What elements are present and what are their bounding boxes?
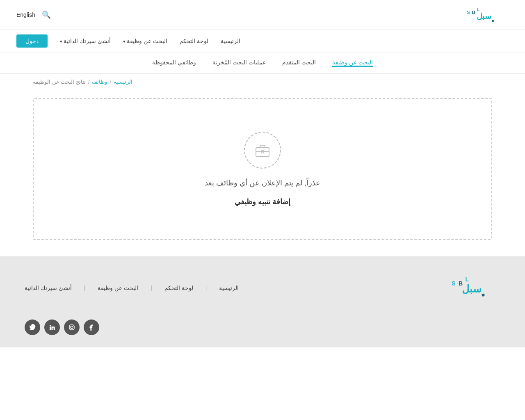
svg-point-12 bbox=[482, 294, 485, 297]
footer-nav-search-job[interactable]: البحث عن وظيفة bbox=[98, 285, 138, 291]
footer: سبل S B L الرئيسية | لوحة التحكم | البحث… bbox=[0, 256, 525, 347]
login-button[interactable]: دخول bbox=[16, 34, 48, 48]
linkedin-icon[interactable] bbox=[44, 320, 60, 335]
svg-text:L: L bbox=[477, 7, 480, 12]
top-bar: سبل S B L 🔍 English bbox=[0, 0, 525, 30]
footer-nav: الرئيسية | لوحة التحكم | البحث عن وظيفة … bbox=[25, 285, 239, 291]
breadcrumb-sep-2: / bbox=[88, 79, 90, 85]
svg-point-4 bbox=[492, 20, 494, 22]
subnav-saved-jobs[interactable]: وظائفي المحفوظة bbox=[152, 59, 196, 66]
sub-nav: البحث عن وظيفة البحث المتقدم عمليات البح… bbox=[0, 52, 525, 74]
svg-text:B: B bbox=[472, 10, 475, 15]
footer-nav-home[interactable]: الرئيسية bbox=[219, 285, 239, 291]
breadcrumb-jobs[interactable]: وظائف bbox=[92, 79, 107, 85]
svg-text:B: B bbox=[459, 280, 463, 287]
svg-point-14 bbox=[71, 326, 73, 329]
logo[interactable]: سبل S B L bbox=[459, 3, 509, 26]
add-job-alert-link[interactable]: إضافة تنبيه وظيفي bbox=[235, 197, 290, 206]
breadcrumb-home[interactable]: الرئيسية bbox=[114, 79, 132, 85]
empty-state-box: عذراً, لم يتم الإعلان عن أي وظائف بعد إض… bbox=[33, 98, 492, 240]
svg-point-15 bbox=[73, 326, 74, 326]
footer-logo[interactable]: سبل S B L bbox=[443, 273, 500, 303]
subnav-advanced-search[interactable]: البحث المتقدم bbox=[282, 59, 316, 66]
subnav-search-job[interactable]: البحث عن وظيفة bbox=[332, 59, 373, 67]
footer-top: سبل S B L الرئيسية | لوحة التحكم | البحث… bbox=[25, 273, 500, 311]
facebook-icon[interactable] bbox=[84, 320, 99, 335]
svg-text:S: S bbox=[452, 280, 455, 287]
instagram-icon[interactable] bbox=[64, 320, 80, 335]
breadcrumb-current: نتائج البحث عن الوظيفة bbox=[33, 79, 86, 85]
search-icon[interactable]: 🔍 bbox=[42, 10, 51, 19]
content-area: عذراً, لم يتم الإعلان عن أي وظائف بعد إض… bbox=[0, 90, 525, 256]
briefcase-circle-icon bbox=[244, 132, 281, 169]
svg-text:S: S bbox=[467, 10, 470, 15]
svg-text:سبل: سبل bbox=[462, 283, 482, 294]
svg-text:سبل: سبل bbox=[477, 12, 491, 21]
subnav-saved-searches[interactable]: عمليات البحث المُخزنة bbox=[212, 59, 266, 66]
nav-build-cv[interactable]: أنشئ سيرتك الذاتية bbox=[60, 38, 111, 44]
main-nav: الرئيسية لوحة التحكم البحث عن وظيفة أنشئ… bbox=[0, 30, 525, 52]
twitter-icon[interactable] bbox=[25, 320, 40, 335]
footer-nav-build-cv[interactable]: أنشئ سيرتك الذاتية bbox=[25, 285, 72, 291]
nav-home[interactable]: الرئيسية bbox=[221, 38, 240, 44]
breadcrumb-sep-1: / bbox=[110, 79, 111, 85]
empty-message: عذراً, لم يتم الإعلان عن أي وظائف بعد bbox=[205, 178, 320, 187]
breadcrumb: الرئيسية / وظائف / نتائج البحث عن الوظيف… bbox=[0, 74, 525, 90]
nav-search-job[interactable]: البحث عن وظيفة bbox=[123, 38, 167, 44]
language-switcher[interactable]: English bbox=[16, 11, 35, 18]
nav-dashboard[interactable]: لوحة التحكم bbox=[180, 38, 208, 44]
svg-text:L: L bbox=[465, 276, 469, 283]
footer-social bbox=[25, 311, 500, 335]
footer-nav-dashboard[interactable]: لوحة التحكم bbox=[164, 285, 193, 291]
top-bar-right: 🔍 English bbox=[16, 10, 51, 19]
